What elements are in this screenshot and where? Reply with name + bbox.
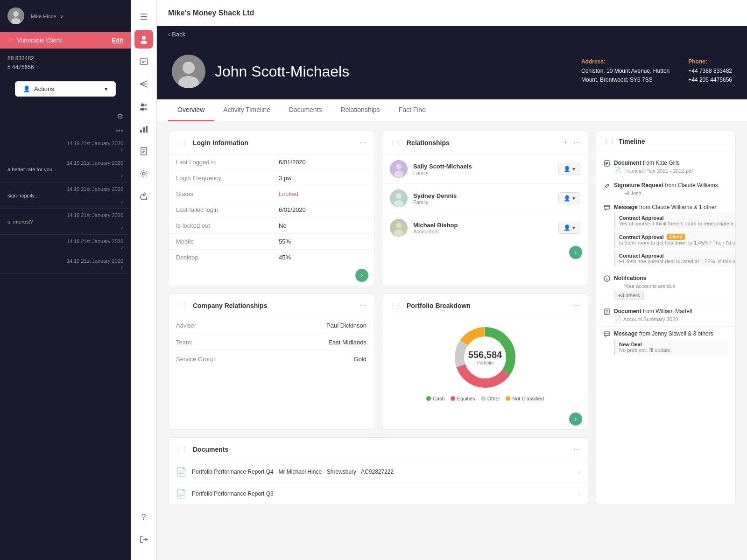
- edit-link[interactable]: Edit: [112, 37, 123, 44]
- back-button[interactable]: ‹ Back: [168, 31, 736, 38]
- tab-overview[interactable]: Overview: [168, 99, 214, 121]
- tab-relationships[interactable]: Relationships: [331, 99, 389, 121]
- timeline-item-notification: Notifcations Your accounts are due +3 ot…: [596, 271, 735, 304]
- actions-label: Actions: [34, 85, 54, 92]
- portfolio-footer: ›: [382, 409, 588, 429]
- login-info-options[interactable]: ···: [359, 138, 366, 147]
- svg-point-13: [144, 104, 147, 106]
- rel-action-sally[interactable]: 👤 ▾: [558, 163, 580, 175]
- portfolio-options[interactable]: ···: [573, 301, 580, 310]
- donut-chart: 556,584 Portfolio: [452, 325, 518, 390]
- add-relationship-icon[interactable]: +: [563, 138, 568, 147]
- person-link-icon: 👤: [564, 195, 571, 202]
- settings-gear-icon[interactable]: ⚙: [117, 112, 123, 121]
- svg-point-14: [144, 108, 148, 111]
- portfolio-value: 556,584: [468, 350, 502, 360]
- back-row: ‹ Back: [157, 26, 747, 43]
- svg-point-25: [183, 62, 195, 74]
- list-item[interactable]: 📄 Portfolio Performance Report Q4 - Mr M…: [169, 461, 588, 483]
- svg-point-35: [394, 230, 403, 236]
- list-item: Michael Bishop Accountant 👤 ▾: [382, 213, 588, 242]
- list-item[interactable]: 14:19 21st January 2020 sign happily... …: [0, 182, 131, 209]
- bar-chart-icon[interactable]: [134, 119, 153, 138]
- list-item[interactable]: 14:19 21st January 2020 ∨: [0, 137, 131, 156]
- pdf-icon: 📄: [614, 167, 621, 174]
- svg-line-9: [140, 84, 148, 87]
- svg-point-4: [141, 41, 147, 44]
- profile-avatar: [172, 55, 205, 88]
- profile-header: John Scott-Michaels Address: Coniston, 1…: [157, 43, 747, 99]
- rel-avatar-michael: [390, 219, 408, 237]
- tab-fact-find[interactable]: Fact Find: [389, 99, 435, 121]
- profile-contact: Address: Coniston, 10 Mount Avenue, Hutt…: [581, 58, 732, 84]
- relationships-options[interactable]: ···: [573, 138, 580, 147]
- portfolio-label: Portfolio: [468, 360, 502, 365]
- company-rel-options[interactable]: ···: [359, 301, 366, 310]
- sidebar-header: Mike Hince ∨: [0, 0, 131, 32]
- message-tl-icon: [604, 204, 610, 212]
- login-info-footer: ›: [169, 265, 374, 286]
- send-message-icon[interactable]: [134, 75, 153, 93]
- rel-info-sydney: Sydney Dennis Family: [413, 192, 553, 205]
- more-options-dots[interactable]: •••: [0, 125, 131, 137]
- doc-chevron-icon2: ›: [578, 490, 580, 497]
- relationships-expand-button[interactable]: ›: [569, 246, 582, 259]
- actions-button[interactable]: 👤 Actions ▾: [15, 81, 116, 97]
- documents-options[interactable]: ···: [573, 444, 580, 454]
- export-arrow-icon[interactable]: [134, 187, 153, 205]
- menu-icon[interactable]: ☰: [134, 7, 153, 26]
- list-item[interactable]: 14:19 21st January 2020 ∨: [0, 235, 131, 254]
- login-info-header: ⋮⋮ Login Information ···: [169, 131, 374, 154]
- vulnerable-label: Vunerable Client.: [17, 37, 63, 44]
- timeline-item-message-claude: Message from Claude Williams & 1 other C…: [596, 200, 735, 271]
- svg-point-29: [394, 171, 403, 177]
- other-dot: [481, 396, 486, 401]
- person-profile-icon[interactable]: [134, 30, 153, 49]
- tab-activity-timeline[interactable]: Activity Timeline: [214, 99, 279, 121]
- documents-title: Documents: [193, 446, 570, 453]
- rel-action-sydney[interactable]: 👤 ▾: [558, 192, 580, 204]
- company-title: Mike's Money Shack Ltd: [168, 9, 254, 17]
- phone1: 88 833482: [7, 54, 123, 63]
- login-info-expand-button[interactable]: ›: [355, 269, 368, 282]
- not-classified-dot: [506, 396, 510, 401]
- login-info-title: Login Information: [193, 139, 356, 147]
- list-item[interactable]: 14:19 21st January 2020 of interest? ∨: [0, 209, 131, 235]
- legend-cash: Cash: [426, 396, 445, 401]
- table-row: Last Logged in 6/01/2020: [169, 154, 374, 170]
- person-link-icon: 👤: [564, 224, 571, 231]
- top-bar: Mike's Money Shack Ltd: [157, 0, 747, 26]
- sidebar-timeline-list: ••• 14:19 21st January 2020 ∨ 14:19 21st…: [0, 125, 131, 278]
- portfolio-body: 556,584 Portfolio Cash Equities: [382, 317, 588, 409]
- svg-rect-5: [140, 59, 148, 64]
- portfolio-expand-button[interactable]: ›: [569, 413, 582, 426]
- legend-equities: Equities: [451, 396, 475, 401]
- list-item[interactable]: 14:19 21st January 2020 a better rate fo…: [0, 156, 131, 182]
- logout-icon[interactable]: [134, 530, 153, 549]
- rel-action-michael[interactable]: 👤 ▾: [558, 222, 580, 234]
- tab-documents[interactable]: Documents: [280, 99, 331, 121]
- svg-rect-49: [604, 332, 610, 336]
- company-rel-table: Adviser Paul Dickinson Team: East Midlan…: [169, 317, 374, 367]
- list-item: Sally Scott-Michaels Family 👤 ▾: [382, 154, 588, 184]
- list-item[interactable]: 📄 Portfolio Performance Report Q3 ›: [169, 483, 588, 504]
- table-row: Adviser Paul Dickinson: [169, 317, 374, 334]
- list-item[interactable]: 14:19 21st January 2020 ∨: [0, 254, 131, 274]
- login-info-table: Last Logged in 6/01/2020 Login Frequency…: [169, 154, 374, 265]
- document-page-icon[interactable]: [134, 142, 153, 161]
- phone-value: +44 7388 833482+44 205 4475656: [688, 67, 732, 84]
- list-item: Sydney Dennis Family 👤 ▾: [382, 184, 588, 213]
- contact-card-icon[interactable]: [134, 52, 153, 71]
- table-row: Is locked out No: [169, 218, 374, 234]
- others-button[interactable]: +3 others: [614, 291, 644, 300]
- rel-avatar-sally: [390, 160, 408, 178]
- svg-point-3: [142, 36, 146, 40]
- legend-not-classified: Not Classified: [506, 396, 544, 401]
- profile-name: John Scott-Michaels: [215, 63, 349, 80]
- rel-info-sally: Sally Scott-Michaels Family: [413, 163, 553, 175]
- settings-row: ⚙: [0, 108, 131, 125]
- group-people-icon[interactable]: [134, 97, 153, 116]
- settings-cog-icon[interactable]: [134, 164, 153, 183]
- help-question-icon[interactable]: ?: [134, 508, 153, 526]
- timeline-item-document-william: Document from William Martell 📄 Account …: [596, 304, 735, 327]
